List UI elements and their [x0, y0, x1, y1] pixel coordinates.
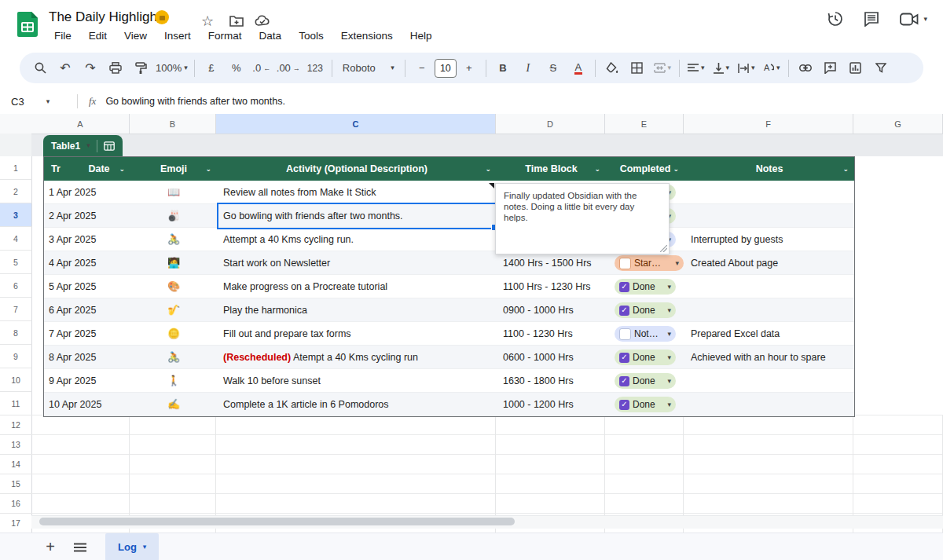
row-header-13[interactable]: 13	[0, 435, 32, 455]
column-header-F[interactable]: F	[684, 114, 853, 134]
cell-notes[interactable]	[684, 369, 860, 393]
table-header-activity[interactable]: Activity (Optional Description)⌄	[217, 157, 497, 181]
decrease-font-size-button[interactable]: −	[409, 57, 435, 79]
table-header-notes[interactable]: Notes⌄	[684, 157, 854, 181]
cell-activity[interactable]: Start work on Newsletter	[217, 251, 503, 275]
insert-comment-icon[interactable]	[818, 57, 843, 79]
text-color-button[interactable]: A	[566, 57, 591, 79]
search-icon[interactable]	[28, 57, 53, 79]
bold-button[interactable]: B	[490, 57, 516, 79]
cell-activity[interactable]: Walk 10 before sunset	[217, 369, 503, 393]
menu-tools[interactable]: Tools	[290, 28, 332, 43]
redo-icon[interactable]: ↷	[78, 57, 103, 79]
row-header-7[interactable]: 7	[0, 298, 32, 321]
cell-emoji[interactable]: 📖	[130, 181, 217, 204]
menu-insert[interactable]: Insert	[156, 28, 200, 43]
cell-completed[interactable]: Not…▾	[606, 322, 684, 346]
cell-activity[interactable]: Review all notes from Make It Stick	[217, 181, 503, 204]
menu-extensions[interactable]: Extensions	[332, 28, 402, 43]
currency-format-button[interactable]: £	[199, 57, 224, 79]
row-header-17[interactable]: 17	[0, 514, 32, 533]
cell-time-block[interactable]: 1100 - 1230 Hrs	[497, 322, 612, 346]
name-box[interactable]: C3▾	[0, 96, 71, 108]
video-call-button[interactable]: ▾	[900, 13, 927, 26]
unchecked-checkbox-icon[interactable]	[619, 258, 631, 269]
status-chip-done[interactable]: ✓Done▾	[615, 302, 676, 318]
cell-notes[interactable]	[684, 393, 860, 416]
text-rotation-icon[interactable]: A ▾	[759, 57, 784, 79]
italic-button[interactable]: I	[516, 57, 541, 79]
cell-activity[interactable]: Play the harmonica	[217, 298, 503, 322]
cell-emoji[interactable]: 🚶	[130, 369, 217, 393]
cell-time-block[interactable]: 1400 Hrs - 1500 Hrs	[497, 251, 612, 275]
table-header-emoji[interactable]: Emoji⌄	[130, 157, 217, 181]
document-title[interactable]: The Daily Highlight	[49, 9, 161, 25]
menu-data[interactable]: Data	[251, 28, 291, 43]
cell-notes[interactable]: Created About page	[684, 251, 860, 275]
status-chip-done[interactable]: ✓Done▾	[615, 350, 676, 365]
cell-time-block[interactable]: 1630 - 1800 Hrs	[497, 369, 612, 393]
borders-icon[interactable]	[625, 57, 650, 79]
menu-view[interactable]: View	[116, 28, 156, 43]
status-chip-done[interactable]: ✓Done▾	[615, 397, 676, 412]
increase-decimal-button[interactable]: .00→	[274, 57, 303, 79]
cell-notes[interactable]	[684, 298, 860, 322]
column-header-C[interactable]: C	[216, 114, 496, 134]
version-history-icon[interactable]	[827, 11, 843, 27]
cell-completed[interactable]: Star…▾	[606, 251, 684, 275]
cell-emoji[interactable]: 🎷	[130, 298, 217, 322]
cell-time-block[interactable]: 0600 - 1000 Hrs	[497, 346, 612, 369]
move-folder-icon[interactable]	[229, 15, 244, 27]
cell-notes[interactable]: Prepared Excel data	[684, 322, 860, 346]
row-header-9[interactable]: 9	[0, 345, 32, 368]
row-header-16[interactable]: 16	[0, 494, 32, 514]
menu-help[interactable]: Help	[402, 28, 441, 43]
fill-color-icon[interactable]	[600, 57, 625, 79]
all-sheets-icon[interactable]	[74, 543, 86, 552]
checked-checkbox-icon[interactable]: ✓	[619, 400, 629, 410]
percent-format-button[interactable]: %	[224, 57, 249, 79]
checked-checkbox-icon[interactable]: ✓	[619, 353, 629, 363]
select-all-corner[interactable]	[0, 114, 32, 134]
star-icon[interactable]: ☆	[201, 13, 214, 30]
row-header-5[interactable]: 5	[0, 251, 32, 274]
horizontal-align-icon[interactable]: ▾	[684, 57, 709, 79]
zoom-select[interactable]: 100%▾	[153, 57, 190, 79]
horizontal-scrollbar-thumb[interactable]	[39, 518, 515, 525]
insert-chart-icon[interactable]	[843, 57, 868, 79]
row-header-15[interactable]: 15	[0, 474, 32, 494]
cell-completed[interactable]: ✓Done▾	[606, 275, 684, 298]
increase-font-size-button[interactable]: +	[457, 57, 482, 79]
font-select[interactable]: Roboto▾	[336, 57, 401, 79]
row-header-8[interactable]: 8	[0, 321, 32, 345]
cell-emoji[interactable]: 🚴	[130, 228, 217, 251]
cell-activity[interactable]: Make progress on a Procreate tutorial	[217, 275, 503, 298]
table-header-time[interactable]: Time Block⌄	[497, 157, 606, 181]
font-size-input[interactable]: 10	[435, 59, 457, 78]
column-header-G[interactable]: G	[853, 114, 943, 134]
row-header-3[interactable]: 3	[0, 203, 32, 227]
cell-emoji[interactable]: ✍️	[130, 393, 217, 416]
cloud-saved-icon[interactable]	[255, 15, 270, 27]
cell-emoji[interactable]: 🚴	[130, 346, 217, 369]
row-header-10[interactable]: 10	[0, 368, 32, 392]
comments-icon[interactable]	[864, 11, 879, 27]
cell-notes[interactable]	[684, 204, 860, 228]
cell-completed[interactable]: ✓Done▾	[606, 393, 684, 416]
merge-cells-icon[interactable]: ▾	[650, 57, 675, 79]
column-header-D[interactable]: D	[496, 114, 605, 134]
undo-icon[interactable]: ↶	[53, 57, 78, 79]
checked-checkbox-icon[interactable]: ✓	[619, 376, 629, 386]
table-header-completed[interactable]: Completed⌄	[606, 157, 684, 181]
more-formats-button[interactable]: 123	[303, 57, 328, 79]
menu-file[interactable]: File	[46, 28, 80, 43]
column-header-B[interactable]: B	[130, 114, 216, 134]
status-chip-started[interactable]: Star…▾	[615, 255, 684, 271]
table-name-tab[interactable]: Table1 ▾	[43, 135, 123, 156]
menu-edit[interactable]: Edit	[80, 28, 116, 43]
row-header-2[interactable]: 2	[0, 180, 32, 203]
table-header-date[interactable]: Date⌄	[68, 157, 130, 181]
cell-time-block[interactable]: 1100 Hrs - 1230 Hrs	[497, 275, 612, 298]
cell-notes[interactable]	[684, 181, 860, 204]
cell-emoji[interactable]: 🎳	[130, 204, 217, 228]
